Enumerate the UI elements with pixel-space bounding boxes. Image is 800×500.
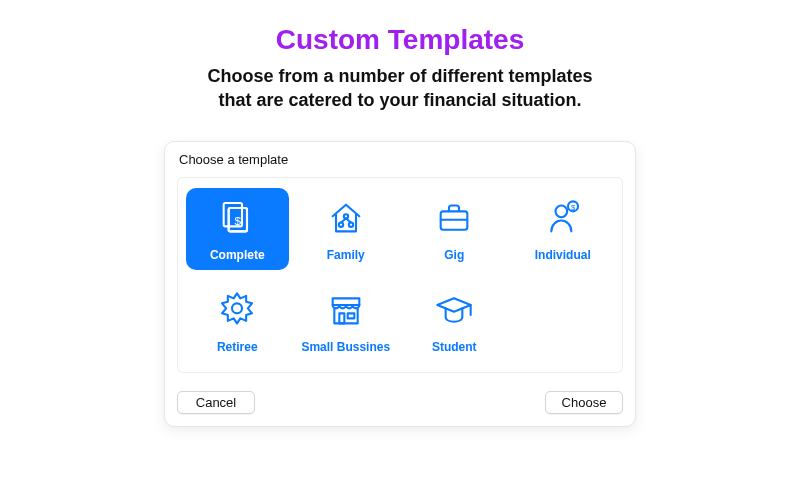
- page-subtitle: Choose from a number of different templa…: [207, 64, 592, 113]
- sun-badge-icon: [217, 290, 257, 330]
- svg-point-11: [555, 205, 567, 217]
- page-title: Custom Templates: [207, 24, 592, 56]
- svg-line-8: [346, 218, 351, 222]
- template-chooser-dialog: Choose a template $ Complete: [164, 141, 636, 427]
- template-label: Individual: [535, 248, 591, 262]
- documents-dollar-icon: $: [217, 198, 257, 238]
- svg-rect-15: [339, 313, 344, 323]
- subtitle-line-1: Choose from a number of different templa…: [207, 66, 592, 86]
- svg-rect-16: [347, 313, 354, 318]
- briefcase-icon: [434, 198, 474, 238]
- dialog-footer: Cancel Choose: [165, 383, 635, 426]
- template-option-retiree[interactable]: Retiree: [186, 280, 289, 362]
- template-label: Gig: [444, 248, 464, 262]
- template-option-student[interactable]: Student: [403, 280, 506, 362]
- template-option-complete[interactable]: $ Complete: [186, 188, 289, 270]
- house-people-icon: [326, 198, 366, 238]
- template-label: Family: [327, 248, 365, 262]
- hero-section: Custom Templates Choose from a number of…: [207, 24, 592, 113]
- template-option-family[interactable]: Family: [295, 188, 398, 270]
- template-label: Student: [432, 340, 477, 354]
- svg-text:$: $: [235, 213, 242, 226]
- template-label: Complete: [210, 248, 265, 262]
- choose-button[interactable]: Choose: [545, 391, 623, 414]
- template-label: Small Bussines: [301, 340, 390, 354]
- template-option-gig[interactable]: Gig: [403, 188, 506, 270]
- template-option-individual[interactable]: $ Individual: [512, 188, 615, 270]
- storefront-icon: [326, 290, 366, 330]
- cancel-button[interactable]: Cancel: [177, 391, 255, 414]
- template-grid-container: $ Complete: [177, 177, 623, 373]
- dialog-title: Choose a template: [165, 142, 635, 173]
- svg-point-14: [232, 303, 242, 313]
- template-grid: $ Complete: [186, 188, 614, 362]
- graduation-cap-icon: [434, 290, 474, 330]
- template-option-small-business[interactable]: Small Bussines: [295, 280, 398, 362]
- template-label: Retiree: [217, 340, 258, 354]
- subtitle-line-2: that are catered to your financial situa…: [218, 90, 581, 110]
- person-dollar-icon: $: [543, 198, 583, 238]
